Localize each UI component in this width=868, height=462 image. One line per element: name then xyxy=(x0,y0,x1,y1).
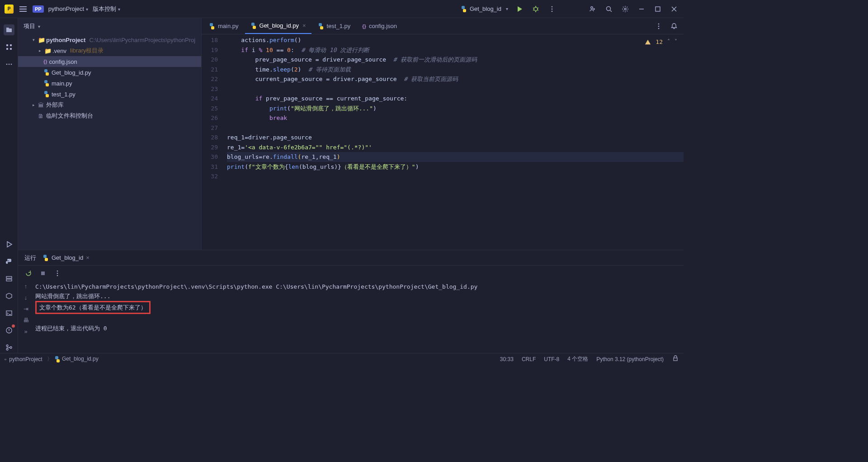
tab-actions-icon[interactable] xyxy=(654,21,664,31)
svg-rect-11 xyxy=(10,48,12,50)
svg-point-28 xyxy=(57,275,58,276)
code-area[interactable]: 12 ˄ ˅ 181920212223242526272829303132 ac… xyxy=(202,34,684,250)
tree-file-test1[interactable]: test_1.py xyxy=(18,89,201,100)
run-tool-window: 运行 Get_blog_id× ↑ ↓ ⇥ 🖶 » C:\Users\lin\P… xyxy=(18,250,684,353)
file-encoding[interactable]: UTF-8 xyxy=(544,356,559,362)
run-config-selector[interactable]: Get_blog_id xyxy=(461,5,508,12)
indent-info[interactable]: 4 个空格 xyxy=(567,355,588,363)
json-icon: {} xyxy=(43,59,47,64)
line-separator[interactable]: CRLF xyxy=(522,356,536,362)
svg-point-27 xyxy=(57,273,58,274)
status-bar: ▫ pythonProject Get_blog_id.py 30:33 CRL… xyxy=(0,353,684,365)
line-gutter: 181920212223242526272829303132 xyxy=(202,34,222,250)
svg-point-0 xyxy=(534,7,538,11)
title-bar: P PP pythonProject 版本控制 Get_blog_id xyxy=(0,0,684,18)
project-badge: PP xyxy=(33,5,44,13)
terminal-tool-icon[interactable] xyxy=(4,308,14,319)
warning-count: 12 xyxy=(656,37,663,47)
library-icon: 🏛 xyxy=(38,102,44,109)
run-toolbar xyxy=(18,266,684,281)
run-tool-label: 运行 xyxy=(24,254,36,262)
root-path: C:\Users\lin\PycharmProjects\pythonProj xyxy=(89,37,195,43)
settings-icon[interactable] xyxy=(620,4,630,14)
close-icon[interactable]: × xyxy=(86,254,90,261)
breadcrumb-icon: ▫ xyxy=(5,356,6,362)
breadcrumb-file[interactable]: Get_blog_id.py xyxy=(45,355,99,363)
svg-point-23 xyxy=(658,25,660,27)
tree-scratch[interactable]: 🗎临时文件和控制台 xyxy=(18,110,201,121)
file-label: config.json xyxy=(49,58,77,65)
problems-tool-icon[interactable] xyxy=(4,325,14,336)
scratch-icon: 🗎 xyxy=(38,113,44,119)
prev-highlight-icon[interactable]: ˄ xyxy=(667,37,670,47)
tree-root[interactable]: ▾📁pythonProjectC:\Users\lin\PycharmProje… xyxy=(18,34,201,45)
main-menu-button[interactable] xyxy=(18,4,28,14)
console-line: C:\Users\lin\PycharmProjects\pythonProje… xyxy=(35,283,477,290)
console-output[interactable]: C:\Users\lin\PycharmProjects\pythonProje… xyxy=(33,281,684,353)
svg-point-19 xyxy=(6,345,8,347)
run-button[interactable] xyxy=(514,4,524,14)
tab-test1[interactable]: test_1.py xyxy=(312,18,356,34)
editor-tab-bar: main.py Get_blog_id.py× test_1.py {}conf… xyxy=(202,18,684,34)
python-packages-icon[interactable] xyxy=(4,291,14,301)
file-label: test_1.py xyxy=(52,91,75,98)
services-tool-icon[interactable] xyxy=(4,273,14,284)
caret-position[interactable]: 30:33 xyxy=(500,356,514,362)
svg-rect-15 xyxy=(6,276,12,278)
interpreter-info[interactable]: Python 3.12 (pythonProject) xyxy=(596,356,664,362)
more-actions-button[interactable] xyxy=(547,4,557,14)
run-tab[interactable]: Get_blog_id× xyxy=(42,254,90,261)
expand-icon[interactable]: » xyxy=(24,328,27,335)
scroll-down-icon[interactable]: ↓ xyxy=(24,294,28,301)
readonly-lock-icon[interactable] xyxy=(672,355,679,363)
notifications-icon[interactable] xyxy=(669,21,679,31)
svg-point-3 xyxy=(552,10,553,12)
tree-venv[interactable]: ▸📁.venvlibrary根目录 xyxy=(18,45,201,56)
print-icon[interactable]: 🖶 xyxy=(23,317,29,324)
rerun-button[interactable] xyxy=(24,268,33,278)
file-label: main.py xyxy=(52,80,72,87)
project-tool-icon[interactable] xyxy=(4,24,14,35)
file-label: Get_blog_id.py xyxy=(52,69,91,76)
tab-getblog[interactable]: Get_blog_id.py× xyxy=(245,18,311,34)
inspection-badge[interactable]: 12 ˄ ˅ xyxy=(645,37,677,47)
tree-file-getblog[interactable]: Get_blog_id.py xyxy=(18,67,201,78)
run-more-icon[interactable] xyxy=(52,268,62,278)
close-icon[interactable]: × xyxy=(302,22,306,29)
search-everywhere-icon[interactable] xyxy=(604,4,614,14)
vcs-menu[interactable]: 版本控制 xyxy=(93,5,120,13)
root-name: pythonProject xyxy=(46,37,85,43)
tree-ext-libs[interactable]: ▸🏛外部库 xyxy=(18,100,201,110)
project-selector[interactable]: pythonProject xyxy=(48,5,89,12)
python-icon xyxy=(461,6,467,12)
structure-tool-icon[interactable] xyxy=(4,42,14,52)
svg-point-12 xyxy=(6,64,7,65)
python-icon xyxy=(43,91,50,97)
tree-file-config[interactable]: {}config.json xyxy=(18,56,201,67)
vcs-tool-icon[interactable] xyxy=(4,342,14,353)
close-window-button[interactable] xyxy=(669,4,679,14)
tab-config[interactable]: {}config.json xyxy=(357,18,402,34)
tab-main[interactable]: main.py xyxy=(203,18,244,34)
code-with-me-icon[interactable] xyxy=(588,4,598,14)
breadcrumb-root[interactable]: pythonProject xyxy=(9,356,42,362)
code-content[interactable]: actions.perform() if i % 10 == 0: # 每滑动 … xyxy=(222,34,684,250)
tree-file-main[interactable]: main.py xyxy=(18,78,201,89)
project-panel-header[interactable]: 项目 ▾ xyxy=(18,18,201,34)
debug-button[interactable] xyxy=(531,4,541,14)
more-tools-icon[interactable] xyxy=(4,59,14,70)
json-icon: {} xyxy=(362,24,366,29)
minimize-button[interactable] xyxy=(637,4,646,14)
run-tool-icon[interactable] xyxy=(4,239,14,250)
python-console-icon[interactable] xyxy=(4,256,14,267)
svg-rect-7 xyxy=(656,7,660,11)
stop-button[interactable] xyxy=(38,268,48,278)
console-line: 网站滑倒底了，跳出循环... xyxy=(35,293,110,300)
python-icon xyxy=(42,255,49,261)
ext-libs-label: 外部库 xyxy=(46,101,64,109)
maximize-button[interactable] xyxy=(653,4,663,14)
soft-wrap-icon[interactable]: ⇥ xyxy=(24,305,28,312)
scroll-up-icon[interactable]: ↑ xyxy=(24,283,28,290)
project-tree: ▾📁pythonProjectC:\Users\lin\PycharmProje… xyxy=(18,34,201,250)
next-highlight-icon[interactable]: ˅ xyxy=(675,37,677,47)
